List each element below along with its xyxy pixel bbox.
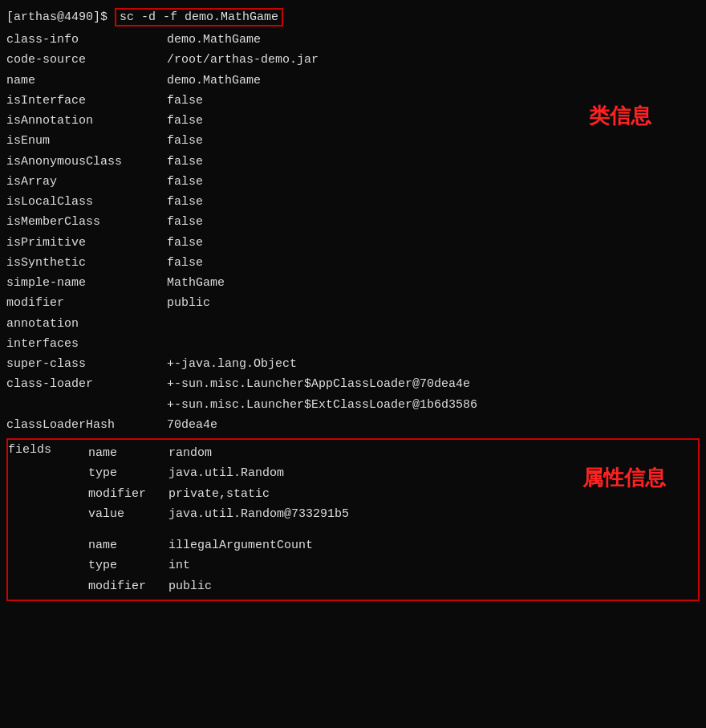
row-value: public (167, 294, 210, 312)
row-key: class-info (6, 31, 167, 49)
fields-section: 属性信息 fields namerandomtypejava.util.Rand… (6, 438, 700, 601)
row-key: isAnonymousClass (6, 153, 167, 171)
row-value: false (167, 92, 203, 110)
class-info-row: classLoaderHash70dea4e (6, 415, 700, 435)
field-key: type (88, 464, 168, 482)
row-value: demo.MathGame (167, 31, 261, 49)
field-value: int (168, 556, 190, 575)
fields-label: 属性信息 (582, 464, 666, 492)
row-key: isInterface (6, 92, 167, 110)
row-key (6, 396, 167, 414)
field-value: random (168, 444, 212, 462)
field-row: namerandom (88, 443, 698, 463)
row-key: isEnum (6, 132, 167, 150)
row-value: +-java.lang.Object (167, 355, 297, 373)
row-key: simple-name (6, 274, 167, 292)
row-value: /root/arthas-demo.jar (167, 51, 319, 69)
class-info-row: isLocalClassfalse (6, 192, 700, 212)
row-value: false (167, 132, 203, 150)
class-info-row: isAnonymousClassfalse (6, 152, 700, 172)
prompt-text: [arthas@4490]$ (6, 10, 115, 24)
field-key: type (88, 556, 168, 575)
class-info-row: isArrayfalse (6, 172, 700, 192)
class-info-row: simple-nameMathGame (6, 273, 700, 293)
class-info-row: isSyntheticfalse (6, 253, 700, 273)
field-key: name (88, 536, 168, 555)
row-value: false (167, 254, 203, 272)
class-info-row: code-source/root/arthas-demo.jar (6, 50, 700, 70)
command-input: sc -d -f demo.MathGame (115, 8, 283, 26)
row-key: annotation (6, 315, 167, 333)
row-value: MathGame (167, 274, 225, 292)
row-value: false (167, 153, 203, 171)
row-value: false (167, 213, 203, 231)
class-info-section: class-infodemo.MathGamecode-source/root/… (6, 30, 700, 435)
field-group-spacer (88, 524, 698, 535)
row-value: false (167, 173, 203, 191)
row-value: false (167, 112, 203, 130)
class-info-row: isMemberClassfalse (6, 212, 700, 232)
class-info-row: +-sun.misc.Launcher$ExtClassLoader@1b6d3… (6, 395, 700, 415)
field-row: typeint (88, 555, 698, 575)
row-key: isAnnotation (6, 112, 167, 130)
row-key: class-loader (6, 375, 167, 393)
field-value: illegalArgumentCount (168, 536, 313, 555)
row-key: isSynthetic (6, 254, 167, 272)
fields-key-label: fields (8, 443, 88, 457)
row-value: demo.MathGame (167, 71, 261, 90)
row-key: isPrimitive (6, 234, 167, 252)
row-value: 70dea4e (167, 416, 217, 434)
field-row: nameillegalArgumentCount (88, 535, 698, 555)
field-key: value (88, 505, 168, 523)
terminal-window: [arthas@4490]$ sc -d -f demo.MathGame cl… (0, 5, 706, 604)
row-value: false (167, 234, 203, 252)
class-info-row: isPrimitivefalse (6, 233, 700, 253)
field-key: name (88, 444, 168, 462)
command-line: [arthas@4490]$ sc -d -f demo.MathGame (6, 8, 700, 26)
row-key: code-source (6, 51, 167, 69)
row-key: modifier (6, 294, 167, 312)
class-info-rows: class-infodemo.MathGamecode-source/root/… (6, 30, 700, 435)
class-info-row: super-class+-java.lang.Object (6, 354, 700, 374)
field-key: modifier (88, 577, 168, 596)
row-key: isLocalClass (6, 193, 167, 211)
class-info-row: interfaces (6, 334, 700, 354)
class-info-row: modifierpublic (6, 293, 700, 313)
field-row: modifierpublic (88, 576, 698, 596)
class-info-row: class-loader+-sun.misc.Launcher$AppClass… (6, 374, 700, 394)
field-row: valuejava.util.Random@733291b5 (88, 504, 698, 524)
field-value: java.util.Random@733291b5 (168, 505, 349, 523)
row-value: false (167, 193, 203, 211)
row-key: classLoaderHash (6, 416, 167, 434)
class-info-row: class-infodemo.MathGame (6, 30, 700, 50)
row-key: name (6, 71, 167, 90)
row-key: isMemberClass (6, 213, 167, 231)
row-key: super-class (6, 355, 167, 373)
class-info-row: namedemo.MathGame (6, 71, 700, 91)
class-info-row: isEnumfalse (6, 131, 700, 151)
class-info-label: 类信息 (589, 102, 651, 130)
class-info-row: annotation (6, 314, 700, 334)
field-value: public (168, 577, 212, 596)
field-key: modifier (88, 485, 168, 503)
field-value: java.util.Random (168, 464, 284, 482)
row-key: interfaces (6, 335, 167, 353)
row-value: +-sun.misc.Launcher$ExtClassLoader@1b6d3… (167, 396, 477, 414)
field-value: private,static (168, 485, 270, 503)
row-key: isArray (6, 173, 167, 191)
row-value: +-sun.misc.Launcher$AppClassLoader@70dea… (167, 375, 470, 393)
